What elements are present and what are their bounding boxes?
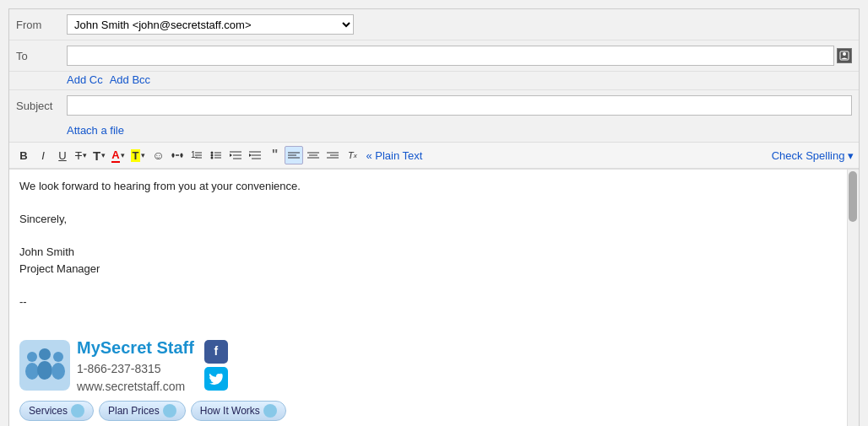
contact-picker-icon[interactable] bbox=[837, 48, 852, 63]
svg-point-32 bbox=[53, 352, 63, 362]
to-row: To bbox=[9, 40, 859, 72]
indent-more-button[interactable] bbox=[246, 146, 264, 164]
sig-btn3-label: How It Works bbox=[200, 405, 260, 417]
sig-social-icons: f bbox=[204, 340, 228, 391]
twitter-icon[interactable] bbox=[204, 367, 228, 391]
align-left-button[interactable] bbox=[285, 146, 303, 164]
link-button[interactable] bbox=[168, 146, 187, 164]
svg-point-29 bbox=[25, 363, 39, 380]
align-center-button[interactable] bbox=[304, 146, 323, 164]
sig-btn2-icon bbox=[163, 404, 176, 418]
subject-row: Subject bbox=[9, 89, 859, 121]
body-line5: -- bbox=[19, 294, 849, 310]
svg-point-28 bbox=[27, 352, 37, 362]
sig-btn2-label: Plan Prices bbox=[108, 405, 160, 417]
sig-btn1-icon bbox=[71, 404, 84, 418]
bold-button[interactable]: B bbox=[14, 146, 33, 164]
svg-point-33 bbox=[52, 363, 65, 380]
to-input[interactable] bbox=[67, 46, 834, 66]
editor-content[interactable]: We look forward to hearing from you at y… bbox=[19, 178, 849, 421]
body-line3: John Smith bbox=[19, 244, 849, 261]
body-line4: Project Manager bbox=[19, 261, 849, 278]
ordered-list-button[interactable]: 1. bbox=[187, 146, 206, 164]
scrollbar-track[interactable] bbox=[847, 170, 859, 426]
from-select-wrapper: John Smith <john@secretstaff.com> bbox=[67, 14, 852, 35]
align-right-button[interactable] bbox=[323, 146, 342, 164]
to-input-wrapper bbox=[67, 46, 852, 66]
email-signature: MySecret Staff 1-866-237-8315 www.secret… bbox=[19, 335, 849, 421]
text-bg-arrow: ▾ bbox=[141, 151, 145, 159]
sig-brand-name: MySecret Staff bbox=[77, 335, 194, 360]
clear-format-button[interactable]: Tx bbox=[343, 146, 361, 164]
sig-services-button[interactable]: Services bbox=[19, 401, 94, 421]
svg-point-8 bbox=[211, 157, 214, 159]
sig-phone: 1-866-237-8315 bbox=[77, 360, 194, 378]
add-cc-link[interactable]: Add Cc bbox=[67, 73, 103, 86]
font-size-dropdown[interactable]: T ▾ bbox=[90, 146, 108, 164]
sig-website: www.secretstaff.com bbox=[77, 378, 194, 396]
attach-row: Attach a file bbox=[9, 121, 859, 142]
editor-toolbar: B I U T ▾ T ▾ A ▾ T ▾ ☺ 1. bbox=[9, 142, 859, 169]
scrollbar-thumb[interactable] bbox=[849, 171, 857, 222]
sig-buttons: Services Plan Prices How It Works bbox=[19, 401, 849, 421]
text-bg-label: T bbox=[131, 149, 141, 162]
facebook-icon[interactable]: f bbox=[204, 340, 228, 364]
from-label: From bbox=[16, 19, 67, 31]
sig-btn1-label: Services bbox=[29, 405, 68, 417]
svg-point-31 bbox=[37, 361, 52, 380]
sig-logo-area: MySecret Staff 1-866-237-8315 www.secret… bbox=[19, 335, 849, 396]
from-select[interactable]: John Smith <john@secretstaff.com> bbox=[67, 14, 354, 35]
svg-point-6 bbox=[211, 152, 214, 154]
italic-button[interactable]: I bbox=[34, 146, 52, 164]
svg-point-7 bbox=[211, 154, 214, 157]
sig-text-block: MySecret Staff 1-866-237-8315 www.secret… bbox=[77, 335, 194, 396]
sig-btn3-icon bbox=[263, 404, 277, 418]
add-bcc-link[interactable]: Add Bcc bbox=[110, 73, 150, 86]
sig-how-it-works-button[interactable]: How It Works bbox=[191, 401, 286, 421]
compose-window: From John Smith <john@secretstaff.com> T… bbox=[8, 8, 860, 426]
unordered-list-button[interactable] bbox=[207, 146, 225, 164]
check-spelling-link[interactable]: Check Spelling ▾ bbox=[772, 149, 854, 162]
body-line2: Sincerely, bbox=[19, 211, 849, 228]
text-bg-dropdown[interactable]: T ▾ bbox=[128, 146, 149, 164]
svg-point-30 bbox=[39, 348, 51, 360]
font-color-arrow: ▾ bbox=[121, 151, 125, 159]
underline-button[interactable]: U bbox=[53, 146, 72, 164]
emoji-button[interactable]: ☺ bbox=[149, 146, 167, 164]
font-color-dropdown[interactable]: A ▾ bbox=[109, 146, 127, 164]
subject-label: Subject bbox=[16, 100, 67, 112]
editor-area[interactable]: We look forward to hearing from you at y… bbox=[9, 169, 859, 426]
from-row: From John Smith <john@secretstaff.com> bbox=[9, 9, 859, 40]
subject-input[interactable] bbox=[67, 95, 852, 116]
strikethrough-arrow: ▾ bbox=[83, 151, 87, 159]
attach-file-link[interactable]: Attach a file bbox=[67, 124, 124, 137]
indent-less-button[interactable] bbox=[226, 146, 245, 164]
sig-avatar-icon bbox=[19, 340, 70, 391]
font-color-label: A bbox=[111, 148, 119, 163]
strikethrough-dropdown[interactable]: T ▾ bbox=[73, 146, 90, 164]
strikethrough-label: T bbox=[75, 149, 82, 162]
plain-text-link[interactable]: « Plain Text bbox=[366, 149, 422, 162]
sig-plan-prices-button[interactable]: Plan Prices bbox=[99, 401, 186, 421]
body-line1: We look forward to hearing from you at y… bbox=[19, 178, 849, 195]
svg-point-1 bbox=[843, 52, 846, 56]
cc-bcc-row: Add Cc Add Bcc bbox=[9, 72, 859, 89]
to-label: To bbox=[16, 50, 67, 62]
blockquote-button[interactable]: " bbox=[265, 146, 284, 164]
font-size-label: T bbox=[93, 148, 100, 163]
font-size-arrow: ▾ bbox=[101, 151, 106, 159]
